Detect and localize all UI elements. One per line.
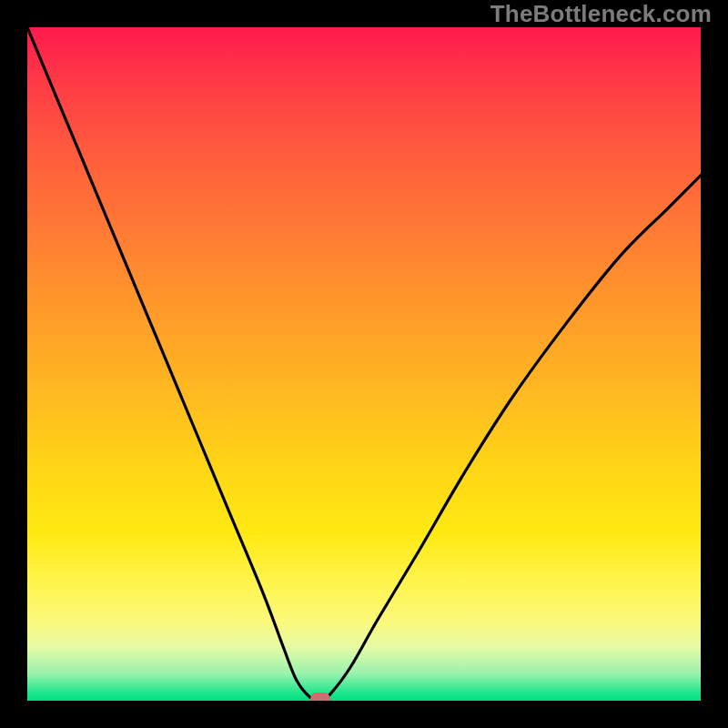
plot-area	[27, 27, 701, 701]
optimal-point-marker	[310, 693, 330, 701]
watermark-text: TheBottleneck.com	[490, 0, 712, 28]
chart-frame: TheBottleneck.com	[0, 0, 728, 728]
bottleneck-curve	[27, 27, 701, 701]
